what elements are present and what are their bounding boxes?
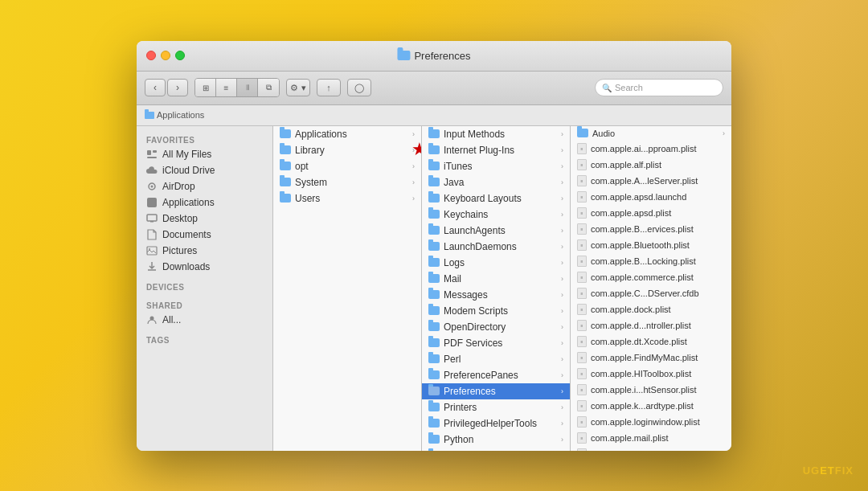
sidebar-tags-header: Tags	[137, 333, 272, 346]
documents-icon	[146, 229, 158, 240]
col2-item-opendirectory[interactable]: OpenDirectory ›	[422, 319, 570, 335]
sidebar-item-downloads[interactable]: Downloads	[137, 259, 272, 275]
chevron-icon: ›	[561, 355, 563, 363]
downloads-icon	[146, 261, 158, 272]
col1-item-users[interactable]: Users ›	[273, 190, 421, 207]
plist-icon: ≡	[577, 207, 587, 219]
col2-item-itunes[interactable]: iTunes ›	[422, 158, 570, 174]
sidebar-item-applications[interactable]: Applications	[137, 194, 272, 211]
col3-item-plist-16[interactable]: ≡ com.apple.i...htSensor.plist	[571, 382, 731, 398]
toolbar: ‹ › ⊞ ≡ ⫴ ⧉ ⚙ ▾ ↑ ◯ 🔍 Search	[137, 72, 731, 105]
col2-item-launchdaemons[interactable]: LaunchDaemons ›	[422, 239, 570, 255]
chevron-icon: ›	[561, 162, 563, 170]
folder-icon	[428, 306, 440, 315]
col3-item-plist-5[interactable]: ≡ com.apple.apsd.plist	[571, 205, 731, 221]
col3-item-plist-2[interactable]: ≡ com.apple.alf.plist	[571, 157, 731, 173]
folder-icon	[428, 354, 440, 363]
col3-item-plist-3[interactable]: ≡ com.apple.A...leServer.plist	[571, 173, 731, 189]
chevron-icon: ›	[561, 323, 563, 331]
col1-item-applications[interactable]: Applications ›	[273, 126, 421, 142]
chevron-icon: ›	[561, 339, 563, 347]
col3-item-plist-7[interactable]: ≡ com.apple.Bluetooth.plist	[571, 237, 731, 253]
col3-item-plist-12[interactable]: ≡ com.apple.d...ntroller.plist	[571, 317, 731, 333]
col2-item-pdf-services[interactable]: PDF Services ›	[422, 335, 570, 351]
folder-icon	[428, 258, 440, 267]
coverflow-view-button[interactable]: ⧉	[258, 79, 279, 96]
col2-item-keyboard-layouts[interactable]: Keyboard Layouts ›	[422, 190, 570, 207]
col2-item-printers[interactable]: Printers ›	[422, 399, 570, 415]
sidebar-item-airdrop[interactable]: AirDrop	[137, 178, 272, 194]
action-button[interactable]: ⚙ ▾	[286, 79, 310, 96]
col3-item-plist-1[interactable]: ≡ com.apple.ai...pproam.plist	[571, 141, 731, 157]
col1-item-opt[interactable]: opt ›	[273, 158, 421, 174]
folder-icon	[428, 370, 440, 379]
col2-item-keychains[interactable]: Keychains ›	[422, 207, 570, 223]
col2-item-internet-plugins[interactable]: Internet Plug-Ins ›	[422, 142, 570, 158]
chevron-icon: ›	[561, 259, 563, 267]
col3-item-plist-19[interactable]: ≡ com.apple.mail.plist	[571, 430, 731, 446]
col2-item-perl[interactable]: Perl ›	[422, 351, 570, 367]
col2-item-launchagents[interactable]: LaunchAgents ›	[422, 223, 570, 239]
maximize-button[interactable]	[175, 51, 185, 60]
col3-item-plist-18[interactable]: ≡ com.apple.loginwindow.plist	[571, 414, 731, 430]
col3-item-plist-14[interactable]: ≡ com.apple.FindMyMac.plist	[571, 350, 731, 366]
share-button[interactable]: ↑	[317, 79, 341, 96]
list-view-button[interactable]: ≡	[216, 79, 237, 96]
col2-item-input-methods[interactable]: Input Methods ›	[422, 126, 570, 142]
folder-icon	[280, 178, 291, 186]
search-box[interactable]: 🔍 Search	[595, 79, 723, 96]
minimize-button[interactable]	[161, 51, 170, 60]
svg-rect-0	[147, 150, 151, 155]
plist-icon: ≡	[577, 448, 587, 451]
sidebar-item-icloud-drive[interactable]: iCloud Drive	[137, 162, 272, 178]
col2-item-privileged-helper-tools[interactable]: PrivilegedHelperTools ›	[422, 415, 570, 432]
col1-item-system[interactable]: System ›	[273, 174, 421, 190]
sidebar-item-documents[interactable]: Documents	[137, 227, 272, 243]
chevron-icon: ›	[412, 194, 415, 203]
col2-item-mail[interactable]: Mail ›	[422, 271, 570, 287]
sidebar-item-pictures[interactable]: Pictures	[137, 243, 272, 259]
col2-item-python[interactable]: Python ›	[422, 432, 570, 448]
sidebar-item-all-shared[interactable]: All...	[137, 312, 272, 328]
col3-item-plist-9[interactable]: ≡ com.apple.commerce.plist	[571, 269, 731, 285]
sidebar-item-desktop[interactable]: Desktop	[137, 211, 272, 227]
col2-item-logs[interactable]: Logs ›	[422, 255, 570, 271]
plist-icon: ≡	[577, 352, 587, 363]
breadcrumb-item[interactable]: Applications	[145, 110, 204, 120]
icon-view-button[interactable]: ⊞	[195, 79, 216, 96]
watermark-text: UGETFIX	[803, 464, 854, 477]
chevron-icon: ›	[561, 387, 563, 395]
col3-item-plist-8[interactable]: ≡ com.apple.B...Locking.plist	[571, 253, 731, 269]
col2-item-messages[interactable]: Messages ›	[422, 287, 570, 303]
folder-icon	[280, 145, 291, 154]
col3-item-plist-20[interactable]: ≡ com.apple.MCX.plist	[571, 446, 731, 451]
col2-item-preferences[interactable]: Preferences › ★	[422, 383, 570, 399]
plist-icon: ≡	[577, 416, 587, 428]
col2-item-java[interactable]: Java ›	[422, 174, 570, 190]
desktop-icon	[146, 213, 158, 224]
sidebar-item-all-my-files[interactable]: All My Files	[137, 146, 272, 162]
col3-item-plist-10[interactable]: ≡ com.apple.C...DServer.cfdb	[571, 285, 731, 301]
col2-item-preferencepanes[interactable]: PreferencePanes ›	[422, 367, 570, 383]
col3-item-audio[interactable]: Audio ›	[571, 126, 731, 141]
col1-item-library[interactable]: Library › ★	[273, 142, 421, 158]
col3-item-plist-4[interactable]: ≡ com.apple.apsd.launchd	[571, 189, 731, 205]
col2-item-modem-scripts[interactable]: Modem Scripts ›	[422, 303, 570, 319]
chevron-icon: ›	[561, 130, 563, 138]
col3-item-plist-13[interactable]: ≡ com.apple.dt.Xcode.plist	[571, 333, 731, 350]
col3-item-plist-15[interactable]: ≡ com.apple.HIToolbox.plist	[571, 366, 731, 382]
col2-item-quicklook[interactable]: QuickLook ›	[422, 448, 570, 451]
close-button[interactable]	[146, 51, 156, 60]
back-button[interactable]: ‹	[145, 79, 166, 96]
folder-icon	[428, 322, 440, 331]
folder-icon	[428, 129, 440, 138]
column-view-button[interactable]: ⫴	[237, 79, 258, 96]
col3-item-plist-11[interactable]: ≡ com.apple.dock.plist	[571, 301, 731, 317]
shared-icon	[146, 314, 158, 325]
column-1: Applications › Library › ★ opt ›	[273, 126, 422, 451]
chevron-icon: ›	[561, 275, 563, 283]
forward-button[interactable]: ›	[167, 79, 188, 96]
col3-item-plist-6[interactable]: ≡ com.apple.B...ervices.plist	[571, 221, 731, 237]
tag-button[interactable]: ◯	[347, 79, 371, 96]
col3-item-plist-17[interactable]: ≡ com.apple.k...ardtype.plist	[571, 398, 731, 414]
